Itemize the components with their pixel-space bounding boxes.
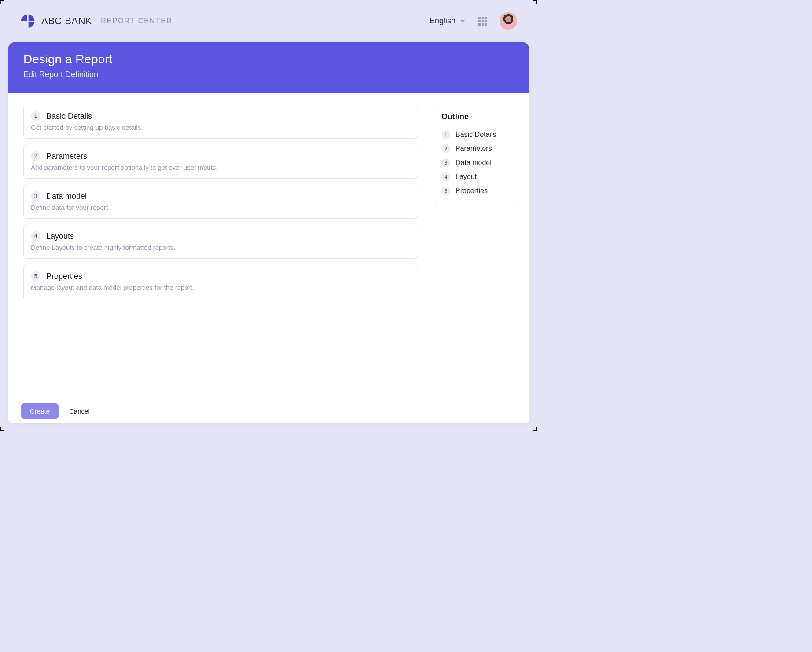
outline-column: Outline 1 Basic Details 2 Parameters 3 D… (435, 105, 514, 394)
svg-rect-1 (27, 14, 28, 29)
hero: Design a Report Edit Report Definition (8, 42, 529, 93)
outline-card: Outline 1 Basic Details 2 Parameters 3 D… (435, 105, 514, 205)
section-basic-details[interactable]: 1 Basic Details Get started by setting u… (23, 105, 418, 139)
chevron-down-icon (460, 20, 465, 22)
section-description: Manage layout and data model properties … (31, 284, 411, 291)
section-title: Basic Details (46, 112, 92, 121)
outline-item-label: Data model (456, 159, 492, 167)
step-number-badge: 1 (441, 130, 450, 139)
section-description: Add parameters to your report optionally… (31, 164, 411, 171)
step-number-badge: 2 (441, 144, 450, 153)
step-number-badge: 4 (441, 172, 450, 181)
step-number-badge: 1 (31, 111, 40, 121)
cancel-button[interactable]: Cancel (69, 407, 90, 415)
outline-item-parameters[interactable]: 2 Parameters (441, 142, 507, 156)
content: 1 Basic Details Get started by setting u… (8, 93, 529, 399)
section-properties[interactable]: 5 Properties Manage layout and data mode… (23, 265, 418, 298)
outline-item-data-model[interactable]: 3 Data model (441, 156, 507, 170)
outline-item-label: Parameters (456, 145, 492, 153)
sections-column: 1 Basic Details Get started by setting u… (23, 105, 418, 394)
footer-bar: Create Cancel (8, 399, 529, 423)
step-number-badge: 3 (31, 191, 40, 201)
page-title: Design a Report (23, 52, 514, 66)
outline-item-label: Layout (456, 173, 477, 181)
apps-grid-icon[interactable] (478, 17, 487, 26)
app-name: REPORT CENTER (101, 17, 172, 25)
outline-item-label: Basic Details (456, 131, 496, 139)
section-title: Properties (46, 272, 82, 281)
page-card: Design a Report Edit Report Definition 1… (8, 42, 529, 423)
section-title: Layouts (46, 232, 74, 241)
step-number-badge: 5 (31, 271, 40, 281)
language-selector[interactable]: English (430, 16, 465, 26)
brand-logo-icon (20, 14, 35, 29)
page-subtitle: Edit Report Definition (23, 70, 514, 79)
outline-item-basic-details[interactable]: 1 Basic Details (441, 128, 507, 142)
section-title: Parameters (46, 152, 87, 161)
section-parameters[interactable]: 2 Parameters Add parameters to your repo… (23, 145, 418, 179)
section-description: Get started by setting up basic details. (31, 124, 411, 131)
language-label: English (430, 16, 456, 26)
outline-item-label: Properties (456, 187, 488, 195)
topbar: ABC BANK REPORT CENTER English (0, 0, 537, 42)
outline-item-properties[interactable]: 5 Properties (441, 184, 507, 198)
section-data-model[interactable]: 3 Data model Define data for your report (23, 185, 418, 219)
section-title: Data model (46, 192, 87, 201)
section-description: Define data for your report (31, 204, 411, 211)
step-number-badge: 5 (441, 187, 450, 195)
outline-title: Outline (441, 112, 507, 121)
outline-item-layout[interactable]: 4 Layout (441, 170, 507, 184)
create-button[interactable]: Create (21, 403, 59, 419)
brand-name: ABC BANK (41, 15, 92, 27)
section-layouts[interactable]: 4 Layouts Define Layouts to create highl… (23, 225, 418, 259)
step-number-badge: 3 (441, 158, 450, 167)
step-number-badge: 4 (31, 231, 40, 241)
step-number-badge: 2 (31, 151, 40, 161)
section-description: Define Layouts to create highly formatte… (31, 244, 411, 251)
avatar[interactable] (500, 12, 517, 30)
